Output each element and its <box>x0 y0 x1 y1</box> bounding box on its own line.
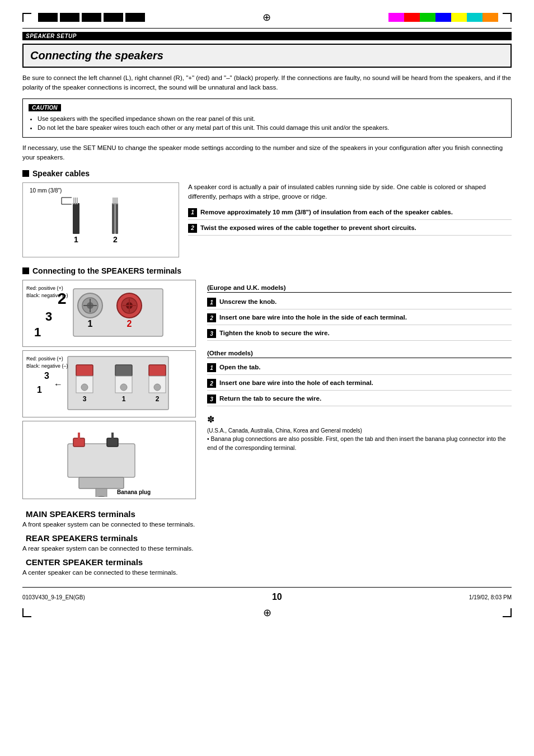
bar-block-2 <box>60 13 79 22</box>
rear-speakers-heading: REAR SPEAKERS terminals <box>22 533 512 543</box>
mid-red-label: Red: positive (+) <box>26 355 68 363</box>
svg-rect-6 <box>113 198 114 204</box>
main-speakers-heading: MAIN SPEAKERS terminals <box>22 509 512 519</box>
caution-list: Use speakers with the specified impedanc… <box>29 114 505 133</box>
other-steps: 1 Open the tab. 2 Insert one bare wire i… <box>207 363 512 406</box>
connector-diagram-banana: Banana plug <box>22 421 196 499</box>
connector-diagram-middle: Red: positive (+) Black: negative (–) <box>22 350 196 417</box>
europe-step-1-text: Unscrew the knob. <box>219 297 277 306</box>
svg-text:3: 3 <box>83 395 87 403</box>
tip-text: • Banana plug connections are also possi… <box>207 435 512 453</box>
bottom-bar-area: ⊕ <box>22 607 512 619</box>
center-speaker-text: A center speaker can be connected to the… <box>22 569 512 576</box>
svg-text:2: 2 <box>127 319 132 328</box>
europe-step-1-badge: 1 <box>207 298 216 307</box>
cable-diagram-box: 10 mm (3/8") <box>22 182 179 257</box>
svg-rect-4 <box>112 203 115 234</box>
cable-step-1-badge: 1 <box>188 208 197 217</box>
svg-rect-50 <box>78 433 80 439</box>
other-step-3: 3 Return the tab to secure the wire. <box>207 394 512 406</box>
color-block-green <box>420 13 435 22</box>
bar-block-1 <box>38 13 58 22</box>
top-line <box>22 28 512 29</box>
other-step-2-text: Insert one bare wire into the hole of ea… <box>219 378 373 387</box>
europe-step-2: 2 Insert one bare wire into the hole in … <box>207 313 512 325</box>
svg-text:3: 3 <box>45 309 52 323</box>
footer-right: 1/19/02, 8:03 PM <box>469 594 512 600</box>
connector-mid-labels: Red: positive (+) Black: negative (–) <box>26 355 68 369</box>
terminals-heading-title: Connecting to the SPEAKERS terminals <box>32 266 181 275</box>
main-speakers-title: MAIN SPEAKERS terminals <box>26 509 135 519</box>
terminals-diagram-col: Red: positive (+) Black: negative (–) <box>22 280 196 503</box>
corner-mark-tl <box>22 13 31 22</box>
bar-block-3 <box>82 13 101 22</box>
cable-step-2-text: Twist the exposed wires of the cable tog… <box>200 223 416 232</box>
color-block-blue <box>435 13 451 22</box>
svg-rect-3 <box>77 198 78 204</box>
section-header-text: SPEAKER SETUP <box>26 33 77 39</box>
banana-plug-label: Banana plug <box>117 488 151 495</box>
europe-step-3: 3 Tighten the knob to secure the wire. <box>207 328 512 341</box>
top-crosshair: ⊕ <box>263 11 271 24</box>
other-step-2: 2 Insert one bare wire into the hole of … <box>207 378 512 391</box>
footer-left: 0103V430_9-19_EN(GB) <box>22 594 85 600</box>
main-speakers-text: A front speaker system can be connected … <box>22 521 512 528</box>
page-title: Connecting the speakers <box>30 49 504 62</box>
corner-mark-br <box>503 608 512 617</box>
other-step-1-text: Open the tab. <box>219 363 260 372</box>
svg-rect-54 <box>96 489 107 497</box>
connector-diagram-top: Red: positive (+) Black: negative (–) <box>22 280 196 347</box>
color-block-red <box>404 13 420 22</box>
title-box: Connecting the speakers <box>22 44 512 68</box>
svg-rect-8 <box>115 198 116 204</box>
svg-rect-48 <box>68 444 135 477</box>
page: ⊕ SPEAKER SETUP Connecting the speakers … <box>0 0 534 756</box>
europe-steps: 1 Unscrew the knob. 2 Insert one bare wi… <box>207 297 512 341</box>
svg-rect-39 <box>149 365 166 376</box>
corner-mark-tr <box>503 13 512 22</box>
color-block-orange <box>483 13 498 22</box>
top-black-label: Black: negative (–) <box>26 292 68 299</box>
caution-label: CAUTION <box>29 104 61 111</box>
cable-step-2: 2 Twist the exposed wires of the cable t… <box>188 223 512 236</box>
svg-text:2: 2 <box>156 395 160 403</box>
svg-rect-10 <box>117 198 118 204</box>
heading-square <box>22 170 29 177</box>
svg-point-35 <box>81 384 88 391</box>
top-bar-area: ⊕ <box>22 11 512 24</box>
cable-diagram-col: 10 mm (3/8") <box>22 182 179 260</box>
svg-text:1: 1 <box>122 395 126 403</box>
svg-rect-0 <box>73 203 79 234</box>
svg-rect-9 <box>116 198 117 204</box>
svg-rect-5 <box>115 203 118 234</box>
svg-text:←: ← <box>54 379 63 389</box>
svg-rect-7 <box>114 198 115 204</box>
color-block-yellow <box>451 13 467 22</box>
mm-label: 10 mm (3/8") <box>30 187 62 194</box>
connector-top-labels: Red: positive (+) Black: negative (–) <box>26 285 68 299</box>
center-speaker-heading: CENTER SPEAKER terminals <box>22 557 512 567</box>
rear-speakers-title: REAR SPEAKERS terminals <box>26 533 138 543</box>
svg-text:1: 1 <box>34 325 41 339</box>
terminals-heading-square <box>22 267 29 274</box>
svg-text:1: 1 <box>74 235 78 244</box>
terminals-heading: Connecting to the SPEAKERS terminals <box>22 266 512 275</box>
caution-item-1: Use speakers with the specified impedanc… <box>38 114 505 124</box>
main-speakers-section: MAIN SPEAKERS terminals A front speaker … <box>22 509 512 528</box>
page-footer: 0103V430_9-19_EN(GB) 10 1/19/02, 8:03 PM <box>22 592 512 602</box>
cable-step-2-badge: 2 <box>188 224 197 233</box>
svg-rect-1 <box>73 198 74 204</box>
other-step-2-badge: 2 <box>207 379 216 388</box>
cable-step-1: 1 Remove approximately 10 mm (3/8") of i… <box>188 208 512 220</box>
tip-icon: ✽ <box>207 413 512 426</box>
speaker-cables-title: Speaker cables <box>32 169 90 178</box>
other-step-3-badge: 3 <box>207 395 216 403</box>
tip-box: ✽ (U.S.A., Canada, Australia, China, Kor… <box>207 413 512 453</box>
svg-text:2: 2 <box>113 235 118 244</box>
corner-mark-bl <box>22 608 31 617</box>
tip-models-note: (U.S.A., Canada, Australia, China, Korea… <box>207 426 512 435</box>
svg-text:1: 1 <box>37 385 42 395</box>
terminals-section: Red: positive (+) Black: negative (–) <box>22 280 512 503</box>
page-number: 10 <box>272 592 282 602</box>
set-menu-text: If necessary, use the SET MENU to change… <box>22 143 512 163</box>
